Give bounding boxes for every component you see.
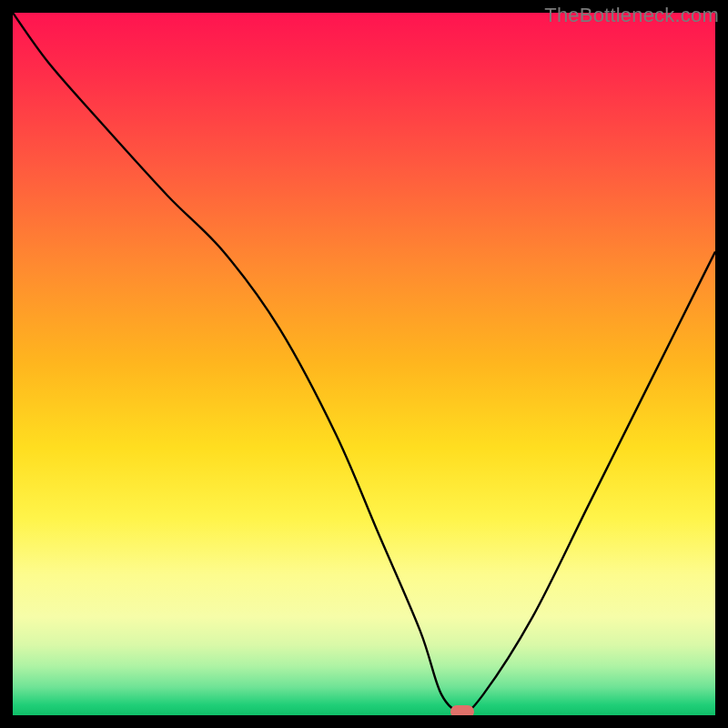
chart-frame: TheBottleneck.com (0, 0, 728, 728)
plot-area (13, 13, 715, 715)
watermark-text: TheBottleneck.com (544, 4, 719, 27)
bottleneck-curve (13, 13, 715, 715)
optimal-point-marker (450, 705, 474, 715)
